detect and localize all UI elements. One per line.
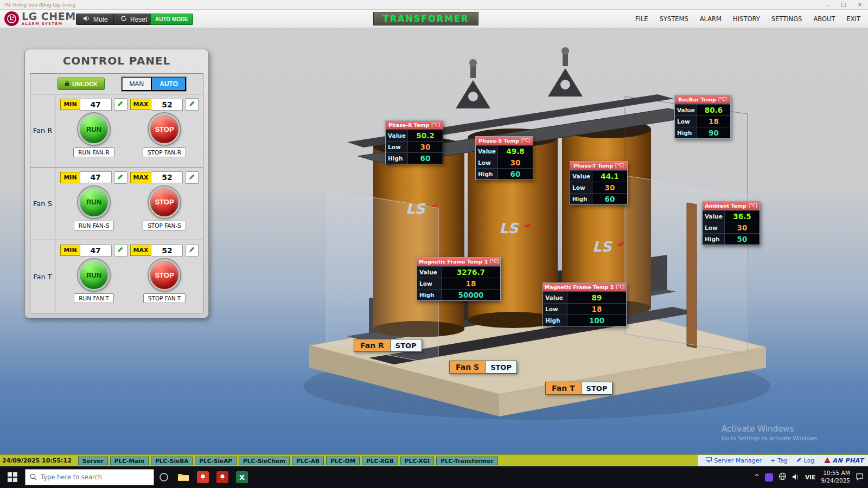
- plc-tab-sieba[interactable]: PLC-SieBA: [151, 457, 193, 465]
- high-label: High: [570, 194, 592, 204]
- fan-chip-name: Fan T: [545, 382, 582, 395]
- plc-tab-siechem[interactable]: PLC-SieChem: [239, 457, 290, 465]
- main-view: LS LS LS: [0, 28, 868, 454]
- panel-unit: [°C]: [615, 163, 624, 168]
- auto-mode-button[interactable]: AUTO MODE: [150, 14, 193, 25]
- search-input[interactable]: [41, 473, 149, 481]
- plc-tab-ab[interactable]: PLC-AB: [292, 457, 324, 465]
- man-mode-button[interactable]: MAN: [122, 77, 152, 91]
- high-label: High: [386, 153, 407, 164]
- maximize-button[interactable]: □: [835, 0, 852, 9]
- edit-min-button[interactable]: [114, 98, 127, 111]
- volume-icon[interactable]: [792, 472, 800, 483]
- run-caption: RUN FAN-S: [74, 221, 114, 230]
- excel-icon[interactable]: X: [232, 466, 252, 488]
- minimize-button[interactable]: –: [819, 0, 835, 9]
- show-hidden-icons-chevron[interactable]: ^: [754, 473, 760, 481]
- activate-windows-watermark: Activate Windows Go to Settings to activ…: [722, 424, 819, 441]
- menu-systems[interactable]: SYSTEMS: [660, 15, 688, 23]
- run-fan-s-button[interactable]: RUN: [78, 187, 110, 218]
- plus-icon: +: [770, 457, 775, 464]
- fan-r-status-chip: Fan R STOP: [354, 339, 422, 352]
- clock-date: 9/24/2025: [821, 477, 850, 485]
- cortana-icon[interactable]: [154, 466, 174, 488]
- plc-tab-main[interactable]: PLC-Main: [110, 457, 149, 465]
- tag-link[interactable]: + Tag: [770, 457, 788, 464]
- max-label: MAX: [130, 172, 152, 183]
- reset-icon: [120, 15, 127, 23]
- menu-history[interactable]: HISTORY: [733, 15, 760, 23]
- alarm-app-icon[interactable]: [193, 466, 213, 488]
- reset-button[interactable]: Reset: [113, 14, 154, 25]
- lg-logo-icon: [4, 11, 19, 26]
- panel-unit: [°C]: [431, 123, 440, 127]
- start-button[interactable]: [0, 466, 25, 488]
- panel-unit: [°C]: [616, 285, 624, 290]
- stop-caption: STOP FAN-R: [143, 147, 186, 157]
- plc-tab-xgi[interactable]: PLC-XGI: [400, 457, 434, 465]
- server-manager-link[interactable]: Server Manager: [706, 457, 762, 464]
- menu-settings[interactable]: SETTINGS: [771, 15, 802, 23]
- fan-s-status-chip: Fan S STOP: [449, 361, 517, 374]
- language-indicator[interactable]: VIE: [805, 474, 815, 480]
- tray-app-icon[interactable]: [765, 473, 773, 481]
- low-label: Low: [703, 222, 724, 233]
- run-fan-r-button[interactable]: RUN: [78, 113, 110, 145]
- alarm-app-icon-2[interactable]: [213, 466, 232, 488]
- taskbar-clock[interactable]: 10:55 AM 9/24/2025: [821, 470, 850, 484]
- file-explorer-icon[interactable]: [174, 466, 193, 488]
- close-button[interactable]: ×: [852, 0, 868, 9]
- value-label: Value: [543, 292, 567, 303]
- window-titlebar: Hệ thống báo động tập trung – □ ×: [0, 0, 868, 10]
- menu-exit[interactable]: EXIT: [846, 15, 860, 23]
- low-limit: 30: [497, 157, 533, 168]
- network-icon[interactable]: [778, 472, 787, 483]
- run-fan-t-button[interactable]: RUN: [78, 259, 110, 291]
- mute-button[interactable]: Mute: [76, 14, 115, 25]
- pencil-icon: [189, 246, 195, 254]
- plc-tab-sieap[interactable]: PLC-SieAP: [195, 457, 237, 465]
- edit-max-button[interactable]: [185, 98, 199, 111]
- stop-fan-t-button[interactable]: STOP: [149, 259, 180, 291]
- taskbar-search[interactable]: [25, 469, 154, 485]
- low-limit: 30: [592, 182, 627, 193]
- high-label: High: [417, 290, 441, 300]
- min-value: 47: [80, 171, 112, 183]
- plc-tab-xgb[interactable]: PLC-XGB: [362, 457, 398, 465]
- unlock-button[interactable]: UNLOCK: [58, 78, 105, 90]
- run-caption: RUN FAN-R: [73, 147, 114, 157]
- stop-fan-r-button[interactable]: STOP: [149, 113, 180, 145]
- screen-title: TRANSFORMER: [383, 14, 469, 24]
- max-value: 52: [151, 99, 183, 111]
- high-limit: 50: [724, 234, 760, 245]
- fan-row-t: Fan T MIN 47 RUN RUN FAN-T: [30, 240, 203, 313]
- temp-panel-ambient: Ambient Temp[°C] Value36.5 Low30 High50: [702, 201, 760, 245]
- plc-tab-transformer[interactable]: PLC-Transformer: [436, 457, 497, 465]
- menu-about[interactable]: ABOUT: [813, 15, 835, 23]
- stop-fan-s-button[interactable]: STOP: [149, 187, 180, 218]
- edit-max-button[interactable]: [185, 171, 199, 184]
- server-tab[interactable]: Server: [78, 457, 108, 465]
- panel-title: BusBar Temp: [678, 97, 716, 102]
- low-label: Low: [417, 278, 441, 289]
- high-label: High: [703, 234, 724, 245]
- window-title: Hệ thống báo động tập trung: [0, 2, 819, 8]
- notification-center-icon[interactable]: [856, 472, 864, 483]
- windows-logo-icon: [8, 472, 17, 482]
- menu-alarm[interactable]: ALARM: [700, 15, 722, 23]
- edit-min-button[interactable]: [114, 171, 127, 184]
- auto-mode-toggle-button[interactable]: AUTO: [152, 77, 186, 91]
- low-label: Low: [543, 304, 567, 314]
- plc-tab-om[interactable]: PLC-OM: [326, 457, 360, 465]
- log-link[interactable]: Log: [796, 457, 815, 464]
- app-window: Hệ thống báo động tập trung – □ × LG CHE…: [0, 0, 868, 488]
- windows-taskbar: X ^ VIE 10:55 AM 9/24/2025: [0, 466, 868, 488]
- fan-chip-name: Fan R: [354, 339, 391, 352]
- high-label: High: [476, 169, 497, 179]
- an-phat-icon: [824, 455, 831, 466]
- edit-max-button[interactable]: [185, 244, 199, 256]
- menu-file[interactable]: FILE: [635, 15, 648, 23]
- edit-min-button[interactable]: [114, 244, 127, 256]
- min-label: MIN: [60, 99, 80, 110]
- max-value: 52: [151, 245, 183, 256]
